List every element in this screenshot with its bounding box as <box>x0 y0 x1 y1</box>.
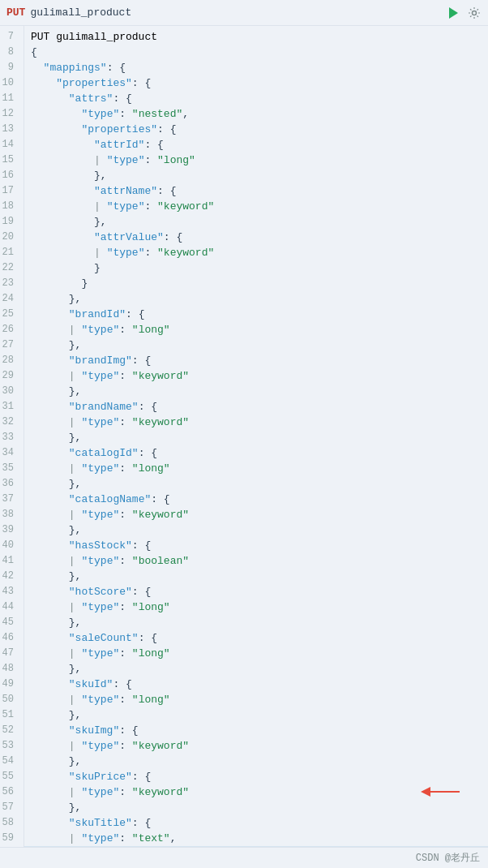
code-line: "attrName": { <box>24 183 488 199</box>
line-number: 31 <box>0 399 17 415</box>
line-number: 28 <box>0 353 17 368</box>
line-number: 38 <box>0 507 17 522</box>
line-number: 32 <box>0 415 17 430</box>
toolbar: PUT gulimall_product <box>0 0 488 26</box>
code-line: "catalogId": { <box>24 445 488 461</box>
code-line: }, <box>24 707 488 723</box>
footer-label: CSDN @老丹丘 <box>416 853 480 864</box>
code-line: "skuId": { <box>24 677 488 692</box>
code-line: }, <box>24 337 488 353</box>
code-line: }, <box>24 168 488 183</box>
code-line: "properties": { <box>24 75 488 91</box>
code-line: } <box>24 260 488 276</box>
line-number: 54 <box>0 754 17 769</box>
line-number: 30 <box>0 384 17 399</box>
code-line: "brandId": { <box>24 307 488 322</box>
code-line: | "type": "boolean" <box>24 553 488 569</box>
svg-point-1 <box>473 11 477 15</box>
line-number: 29 <box>0 368 17 384</box>
code-line: | "type": "long" <box>24 599 488 615</box>
line-number: 21 <box>0 245 17 260</box>
code-line: | "type": "keyword" <box>24 784 488 800</box>
code-line: "attrs": { <box>24 91 488 106</box>
line-number: 36 <box>0 476 17 492</box>
line-number: 57 <box>0 800 17 815</box>
code-line: { <box>24 45 488 60</box>
line-number: 8 <box>0 45 17 60</box>
code-line: }, <box>24 476 488 492</box>
code-area: 7891011121314151617181920212223242526272… <box>0 26 488 868</box>
code-line: }, <box>24 569 488 584</box>
code-line: "properties": { <box>24 122 488 137</box>
code-line: }, <box>24 522 488 538</box>
line-number: 34 <box>0 445 17 461</box>
code-line: }, <box>24 214 488 230</box>
line-number: 39 <box>0 522 17 538</box>
line-number: 49 <box>0 677 17 692</box>
code-line: "hasStock": { <box>24 538 488 553</box>
code-line: }, <box>24 384 488 399</box>
code-line: "catalogName": { <box>24 492 488 507</box>
line-number: 7 <box>0 29 17 45</box>
code-line: }, <box>24 800 488 815</box>
code-line: }, <box>24 291 488 307</box>
line-number: 11 <box>0 91 17 106</box>
code-line: }, <box>24 615 488 630</box>
code-line: "hotScore": { <box>24 584 488 599</box>
code-line: }, <box>24 430 488 445</box>
editor-container: PUT gulimall_product 7891011121314151617… <box>0 0 488 868</box>
code-line: | "type": "keyword" <box>24 415 488 430</box>
run-button[interactable] <box>446 6 460 20</box>
line-number: 41 <box>0 553 17 569</box>
line-number: 22 <box>0 260 17 276</box>
code-line: "saleCount": { <box>24 630 488 646</box>
code-line: "mappings": { <box>24 60 488 75</box>
code-line: "type": "nested", <box>24 106 488 122</box>
code-line: "skuImg": { <box>24 723 488 738</box>
code-line: | "type": "keyword" <box>24 368 488 384</box>
line-number: 25 <box>0 307 17 322</box>
line-number: 27 <box>0 337 17 353</box>
line-number: 53 <box>0 738 17 754</box>
code-line: | "type": "keyword" <box>24 738 488 754</box>
line-number: 17 <box>0 183 17 199</box>
footer: CSDN @老丹丘 <box>0 847 488 868</box>
code-line: | "type": "long" <box>24 153 488 168</box>
code-line: "brandImg": { <box>24 353 488 368</box>
line-number: 16 <box>0 168 17 183</box>
code-content[interactable]: PUT gulimall_product{ "mappings": { "pro… <box>24 26 488 868</box>
line-number: 24 <box>0 291 17 307</box>
code-line: | "type": "keyword" <box>24 199 488 214</box>
code-line: "skuPrice": { <box>24 769 488 784</box>
line-numbers: 7891011121314151617181920212223242526272… <box>0 26 24 868</box>
line-number: 12 <box>0 106 17 122</box>
line-number: 13 <box>0 122 17 137</box>
toolbar-icons <box>446 6 482 20</box>
line-number: 20 <box>0 230 17 245</box>
line-number: 55 <box>0 769 17 784</box>
code-line: "skuTitle": { <box>24 815 488 831</box>
code-line: "attrId": { <box>24 137 488 153</box>
line-number: 44 <box>0 599 17 615</box>
line-number: 45 <box>0 615 17 630</box>
code-line: PUT gulimall_product <box>24 29 488 45</box>
code-line: "brandName": { <box>24 399 488 415</box>
code-line: } <box>24 276 488 291</box>
line-number: 51 <box>0 707 17 723</box>
code-line: | "type": "keyword" <box>24 507 488 522</box>
line-number: 56 <box>0 784 17 800</box>
code-line: | "type": "long" <box>24 646 488 661</box>
line-number: 43 <box>0 584 17 599</box>
line-number: 47 <box>0 646 17 661</box>
line-number: 18 <box>0 199 17 214</box>
line-number: 19 <box>0 214 17 230</box>
line-number: 52 <box>0 723 17 738</box>
code-line: | "type": "long" <box>24 692 488 707</box>
code-line: }, <box>24 754 488 769</box>
line-number: 48 <box>0 661 17 677</box>
api-endpoint: gulimall_product <box>30 6 446 19</box>
line-number: 42 <box>0 569 17 584</box>
settings-icon[interactable] <box>467 6 482 20</box>
code-line: | "type": "keyword" <box>24 245 488 260</box>
line-number: 9 <box>0 60 17 75</box>
